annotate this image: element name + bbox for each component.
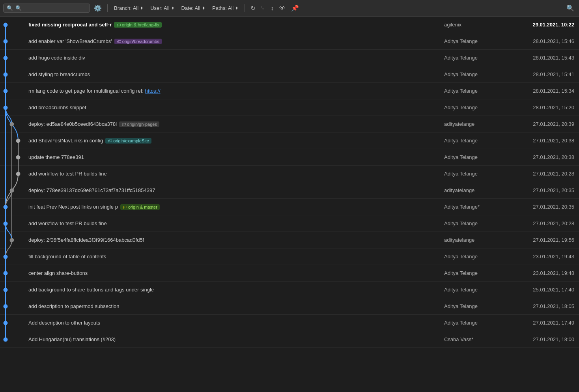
search-box[interactable]: 🔍	[3, 4, 90, 13]
commit-date: 25.01.2021, 17:40	[507, 287, 574, 293]
search-input[interactable]	[15, 5, 86, 11]
commit-date: 27.01.2021, 18:00	[507, 336, 574, 342]
commit-message-col: add breadcrumbs snippet	[28, 105, 444, 110]
commit-row[interactable]: Add Hungarian(hu) translations (#203)Csa…	[0, 331, 579, 348]
graph-col	[5, 282, 28, 298]
graph-col	[5, 99, 28, 116]
commit-message-col: add workflow to test PR builds fine	[28, 220, 444, 226]
graph-col	[5, 331, 28, 347]
commit-row[interactable]: rm lang code to get page for multilingua…	[0, 83, 579, 99]
date-filter[interactable]: Date: All ⬍	[179, 4, 207, 13]
paths-filter[interactable]: Paths: All ⬍	[210, 4, 241, 13]
settings-icon[interactable]: ⚙️	[92, 3, 103, 13]
commit-message-col: update theme 778ee391	[28, 154, 444, 160]
commit-row[interactable]: init feat Prev Next post links on single…	[0, 199, 579, 215]
commit-message-col: center align share-buttons	[28, 270, 444, 276]
commit-link[interactable]: https://	[145, 88, 161, 94]
commit-row[interactable]: add ShowPostNavLinks in config🏷origin/ex…	[0, 133, 579, 149]
commit-row[interactable]: update theme 778ee391Aditya Telange27.01…	[0, 149, 579, 166]
commit-author: Aditya Telange	[444, 254, 507, 259]
commit-date: 28.01.2021, 15:41	[507, 71, 574, 77]
separator-2	[245, 4, 245, 12]
commit-row[interactable]: add enabler var 'ShowBreadCrumbs'🏷origin…	[0, 33, 579, 50]
commit-row[interactable]: center align share-buttonsAditya Telange…	[0, 265, 579, 282]
branch-icon[interactable]: ⑂	[260, 3, 267, 13]
commit-date: 27.01.2021, 20:28	[507, 171, 574, 177]
graph-col	[5, 215, 28, 231]
commit-row[interactable]: add breadcrumbs snippetAditya Telange28.…	[0, 99, 579, 116]
commit-message-col: add enabler var 'ShowBreadCrumbs'🏷origin…	[28, 38, 444, 44]
tag-label: origin/gh-pages	[127, 122, 157, 127]
tag-icon: 🏷	[121, 122, 126, 127]
graph-col	[5, 182, 28, 198]
date-arrow-icon: ⬍	[202, 6, 205, 10]
commit-author: Aditya Telange	[444, 287, 507, 293]
tag-label: origin & hreflang-fix	[122, 22, 159, 27]
user-arrow-icon: ⬍	[171, 6, 174, 10]
commit-message-col: fixed missing reciprocal and self-r🏷orig…	[28, 22, 444, 28]
commit-author: Aditya Telange	[444, 138, 507, 144]
commit-message-col: add ShowPostNavLinks in config🏷origin/ex…	[28, 138, 444, 144]
commit-row[interactable]: deploy: ed5ae84e0b5ceedf643bca378l🏷origi…	[0, 116, 579, 133]
graph-col	[5, 33, 28, 49]
commit-message-text: fixed missing reciprocal and self-r	[28, 22, 112, 28]
graph-col	[5, 149, 28, 165]
commit-message-text: add workflow to test PR builds fine	[28, 220, 107, 226]
commit-author: Aditya Telange	[444, 320, 507, 326]
commit-author: Aditya Telange	[444, 88, 507, 94]
eye-icon[interactable]: 👁	[278, 3, 287, 13]
commit-row[interactable]: deploy: 2f06f5e4fa8ffcfdea3f3f99f1664bab…	[0, 232, 579, 248]
tag-badge: 🏷origin & master	[120, 204, 160, 210]
commit-message-text: add background to share buttons and tags…	[28, 287, 154, 293]
commit-date: 23.01.2021, 19:48	[507, 270, 574, 276]
commit-row[interactable]: Add description to other layoutsAditya T…	[0, 315, 579, 331]
commit-author: Aditya Telange	[444, 171, 507, 177]
commit-row[interactable]: deploy: 778ee39137dc69e8761c73af7a731ffc…	[0, 182, 579, 199]
paths-arrow-icon: ⬍	[235, 6, 238, 10]
commit-message-col: Add Hungarian(hu) translations (#203)	[28, 336, 444, 342]
user-filter[interactable]: User: All ⬍	[148, 4, 176, 13]
commit-date: 27.01.2021, 19:56	[507, 237, 574, 243]
commit-row[interactable]: fixed missing reciprocal and self-r🏷orig…	[0, 17, 579, 33]
pin-icon[interactable]: 📌	[290, 3, 301, 13]
commit-message-text: update theme 778ee391	[28, 154, 84, 160]
commit-row[interactable]: add background to share buttons and tags…	[0, 282, 579, 298]
commit-message-text: deploy: 2f06f5e4fa8ffcfdea3f3f99f1664bab…	[28, 237, 144, 243]
tag-icon: 🏷	[116, 22, 121, 27]
graph-col	[5, 166, 28, 182]
commit-message-text: init feat Prev Next post links on single…	[28, 204, 118, 210]
commit-author: Aditya Telange	[444, 303, 507, 309]
commit-row[interactable]: add workflow to test PR builds fineAdity…	[0, 215, 579, 232]
commit-message-text: Add description to other layouts	[28, 320, 100, 326]
commit-date: 27.01.2021, 20:28	[507, 220, 574, 226]
sort-icon[interactable]: ↕	[269, 3, 275, 13]
commit-row[interactable]: add workflow to test PR builds fineAdity…	[0, 166, 579, 182]
commit-date: 28.01.2021, 15:46	[507, 38, 574, 44]
commit-row[interactable]: add styling to breadcrumbsAditya Telange…	[0, 66, 579, 83]
commit-message-col: add styling to breadcrumbs	[28, 71, 444, 77]
commit-date: 28.01.2021, 15:20	[507, 105, 574, 110]
commit-row[interactable]: fill background of table of contentsAdit…	[0, 248, 579, 265]
commit-author: Aditya Telange	[444, 55, 507, 61]
commit-date: 27.01.2021, 17:49	[507, 320, 574, 326]
commit-row[interactable]: add hugo code inside divAditya Telange28…	[0, 50, 579, 66]
graph-col	[5, 133, 28, 149]
commit-author: agilenix	[444, 22, 507, 28]
commit-author: Aditya Telange	[444, 270, 507, 276]
commit-date: 27.01.2021, 20:38	[507, 138, 574, 144]
tag-icon: 🏷	[123, 205, 127, 209]
search-right-icon[interactable]: 🔍	[565, 3, 576, 13]
graph-col	[5, 66, 28, 82]
commit-date: 28.01.2021, 15:34	[507, 88, 574, 94]
commit-message-text: add hugo code inside div	[28, 55, 85, 61]
tag-badge: 🏷origin & hreflang-fix	[114, 22, 162, 28]
refresh-icon[interactable]: ↻	[249, 3, 257, 13]
commit-row[interactable]: add description to papermod subsectionAd…	[0, 298, 579, 315]
branch-filter[interactable]: Branch: All ⬍	[112, 4, 146, 13]
commit-message-col: deploy: 2f06f5e4fa8ffcfdea3f3f99f1664bab…	[28, 237, 444, 243]
commit-date: 23.01.2021, 19:43	[507, 254, 574, 259]
commit-message-col: add background to share buttons and tags…	[28, 287, 444, 293]
commit-message-text: rm lang code to get page for multilingua…	[28, 88, 161, 94]
commit-message-text: deploy: 778ee39137dc69e8761c73af7a731ffc…	[28, 187, 155, 193]
commit-message-text: add workflow to test PR builds fine	[28, 171, 107, 177]
